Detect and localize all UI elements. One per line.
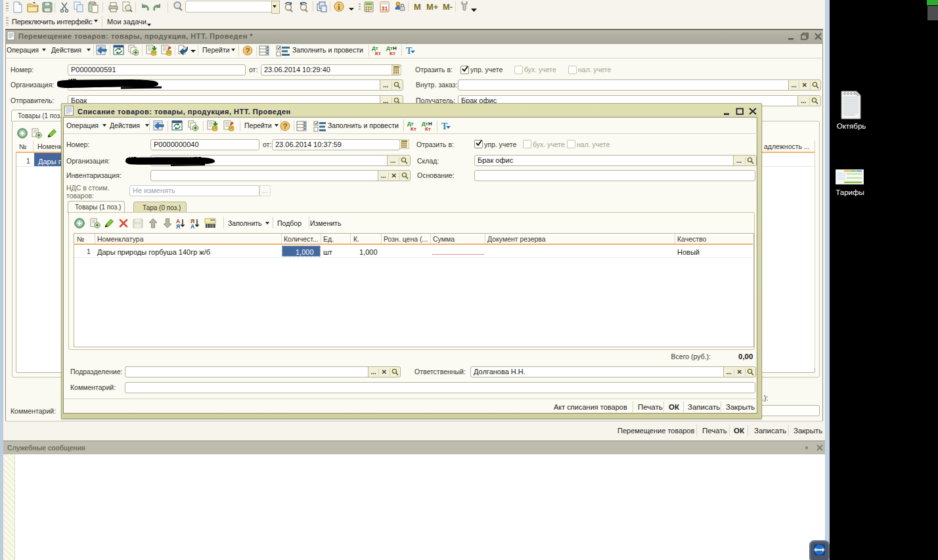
svg-text:Кт: Кт [425, 126, 431, 132]
svg-text:М-: М- [443, 2, 453, 12]
svg-text:Кт: Кт [411, 126, 416, 132]
svg-text:?: ? [246, 47, 250, 54]
svg-text:М: М [414, 2, 421, 12]
svg-text:Кт: Кт [390, 51, 395, 56]
svg-text:А: А [190, 223, 194, 230]
svg-text:?: ? [283, 122, 288, 130]
svg-text:31: 31 [381, 5, 388, 12]
svg-text:Я: Я [176, 223, 180, 230]
svg-text:М+: М+ [426, 2, 439, 12]
svg-text:Кт: Кт [375, 51, 381, 56]
